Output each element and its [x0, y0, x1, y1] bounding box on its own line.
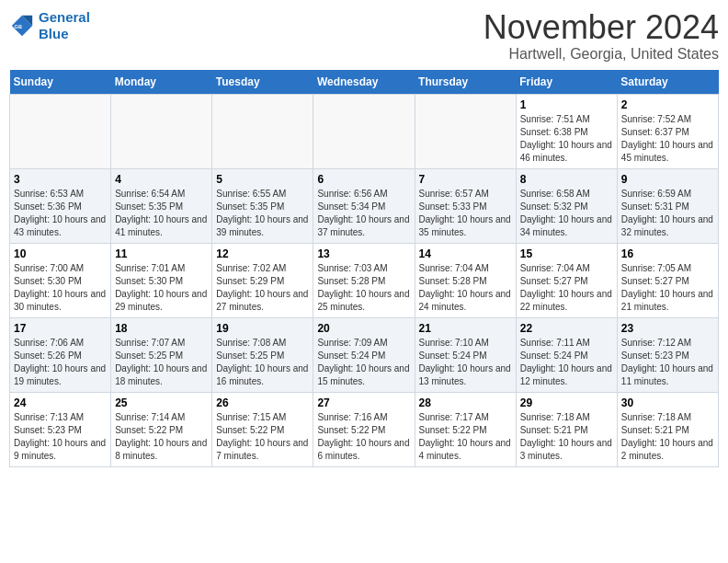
day-number: 26: [216, 396, 309, 409]
page-header: GB General Blue November 2024 Hartwell, …: [9, 9, 719, 63]
calendar-cell: 21Sunrise: 7:10 AM Sunset: 5:24 PM Dayli…: [415, 317, 516, 392]
calendar-cell: [313, 94, 415, 168]
day-number: 30: [621, 396, 714, 409]
calendar-cell: 16Sunrise: 7:05 AM Sunset: 5:27 PM Dayli…: [617, 243, 718, 317]
day-info: Sunrise: 6:55 AM Sunset: 5:35 PM Dayligh…: [216, 188, 309, 239]
calendar-cell: 2Sunrise: 7:52 AM Sunset: 6:37 PM Daylig…: [617, 94, 718, 168]
day-number: 2: [621, 98, 714, 111]
day-info: Sunrise: 7:16 AM Sunset: 5:22 PM Dayligh…: [317, 411, 410, 463]
calendar-header: SundayMondayTuesdayWednesdayThursdayFrid…: [10, 70, 719, 95]
logo: GB General Blue: [9, 9, 90, 42]
week-row-3: 10Sunrise: 7:00 AM Sunset: 5:30 PM Dayli…: [10, 243, 719, 317]
svg-text:GB: GB: [15, 24, 22, 29]
day-info: Sunrise: 7:14 AM Sunset: 5:22 PM Dayligh…: [115, 411, 208, 463]
header-cell-tuesday: Tuesday: [212, 70, 313, 95]
calendar-cell: 11Sunrise: 7:01 AM Sunset: 5:30 PM Dayli…: [111, 243, 212, 317]
header-cell-thursday: Thursday: [415, 70, 516, 95]
calendar-cell: 24Sunrise: 7:13 AM Sunset: 5:23 PM Dayli…: [10, 392, 111, 466]
header-cell-wednesday: Wednesday: [313, 70, 415, 95]
week-row-2: 3Sunrise: 6:53 AM Sunset: 5:36 PM Daylig…: [10, 168, 719, 243]
header-cell-saturday: Saturday: [617, 70, 718, 95]
calendar-cell: 29Sunrise: 7:18 AM Sunset: 5:21 PM Dayli…: [516, 392, 617, 466]
calendar-cell: [111, 94, 212, 168]
day-number: 14: [419, 247, 512, 260]
header-row: SundayMondayTuesdayWednesdayThursdayFrid…: [10, 70, 719, 95]
calendar-table: SundayMondayTuesdayWednesdayThursdayFrid…: [9, 70, 719, 467]
day-number: 28: [419, 396, 512, 409]
main-title: November 2024: [483, 9, 719, 46]
logo-icon: GB: [9, 13, 35, 39]
calendar-cell: 26Sunrise: 7:15 AM Sunset: 5:22 PM Dayli…: [212, 392, 313, 466]
day-info: Sunrise: 6:59 AM Sunset: 5:31 PM Dayligh…: [621, 188, 714, 239]
day-info: Sunrise: 7:18 AM Sunset: 5:21 PM Dayligh…: [520, 411, 613, 463]
day-info: Sunrise: 7:05 AM Sunset: 5:27 PM Dayligh…: [621, 262, 714, 314]
day-number: 21: [419, 322, 512, 335]
calendar-cell: 19Sunrise: 7:08 AM Sunset: 5:25 PM Dayli…: [212, 317, 313, 392]
day-number: 15: [520, 247, 613, 260]
calendar-cell: 13Sunrise: 7:03 AM Sunset: 5:28 PM Dayli…: [313, 243, 415, 317]
subtitle: Hartwell, Georgia, United States: [483, 46, 719, 63]
day-info: Sunrise: 7:01 AM Sunset: 5:30 PM Dayligh…: [115, 262, 208, 314]
day-number: 8: [520, 173, 613, 186]
calendar-cell: 28Sunrise: 7:17 AM Sunset: 5:22 PM Dayli…: [415, 392, 516, 466]
calendar-cell: 12Sunrise: 7:02 AM Sunset: 5:29 PM Dayli…: [212, 243, 313, 317]
calendar-cell: 18Sunrise: 7:07 AM Sunset: 5:25 PM Dayli…: [111, 317, 212, 392]
day-info: Sunrise: 7:08 AM Sunset: 5:25 PM Dayligh…: [216, 337, 309, 388]
day-info: Sunrise: 7:15 AM Sunset: 5:22 PM Dayligh…: [216, 411, 309, 463]
day-info: Sunrise: 7:06 AM Sunset: 5:26 PM Dayligh…: [14, 337, 107, 388]
header-cell-friday: Friday: [516, 70, 617, 95]
day-number: 24: [14, 396, 107, 409]
calendar-cell: [10, 94, 111, 168]
day-number: 29: [520, 396, 613, 409]
day-number: 12: [216, 247, 309, 260]
week-row-1: 1Sunrise: 7:51 AM Sunset: 6:38 PM Daylig…: [10, 94, 719, 168]
calendar-cell: 7Sunrise: 6:57 AM Sunset: 5:33 PM Daylig…: [415, 168, 516, 243]
day-number: 10: [14, 247, 107, 260]
day-number: 7: [419, 173, 512, 186]
day-number: 27: [317, 396, 410, 409]
day-number: 3: [14, 173, 107, 186]
calendar-cell: 10Sunrise: 7:00 AM Sunset: 5:30 PM Dayli…: [10, 243, 111, 317]
day-info: Sunrise: 7:04 AM Sunset: 5:27 PM Dayligh…: [520, 262, 613, 314]
day-number: 17: [14, 322, 107, 335]
day-info: Sunrise: 7:17 AM Sunset: 5:22 PM Dayligh…: [419, 411, 512, 463]
day-number: 18: [115, 322, 208, 335]
day-number: 23: [621, 322, 714, 335]
calendar-cell: 14Sunrise: 7:04 AM Sunset: 5:28 PM Dayli…: [415, 243, 516, 317]
calendar-cell: 23Sunrise: 7:12 AM Sunset: 5:23 PM Dayli…: [617, 317, 718, 392]
day-info: Sunrise: 7:18 AM Sunset: 5:21 PM Dayligh…: [621, 411, 714, 463]
day-number: 5: [216, 173, 309, 186]
logo-line2: Blue: [39, 26, 69, 41]
day-info: Sunrise: 6:54 AM Sunset: 5:35 PM Dayligh…: [115, 188, 208, 239]
calendar-cell: 17Sunrise: 7:06 AM Sunset: 5:26 PM Dayli…: [10, 317, 111, 392]
day-number: 13: [317, 247, 410, 260]
week-row-4: 17Sunrise: 7:06 AM Sunset: 5:26 PM Dayli…: [10, 317, 719, 392]
calendar-cell: 8Sunrise: 6:58 AM Sunset: 5:32 PM Daylig…: [516, 168, 617, 243]
day-info: Sunrise: 6:57 AM Sunset: 5:33 PM Dayligh…: [419, 188, 512, 239]
title-block: November 2024 Hartwell, Georgia, United …: [483, 9, 719, 63]
day-info: Sunrise: 6:53 AM Sunset: 5:36 PM Dayligh…: [14, 188, 107, 239]
calendar-cell: 20Sunrise: 7:09 AM Sunset: 5:24 PM Dayli…: [313, 317, 415, 392]
day-info: Sunrise: 7:51 AM Sunset: 6:38 PM Dayligh…: [520, 113, 613, 165]
day-number: 20: [317, 322, 410, 335]
day-number: 4: [115, 173, 208, 186]
day-number: 19: [216, 322, 309, 335]
day-info: Sunrise: 7:13 AM Sunset: 5:23 PM Dayligh…: [14, 411, 107, 463]
logo-line1: General: [39, 9, 90, 25]
day-number: 9: [621, 173, 714, 186]
day-info: Sunrise: 7:09 AM Sunset: 5:24 PM Dayligh…: [317, 337, 410, 388]
day-info: Sunrise: 7:04 AM Sunset: 5:28 PM Dayligh…: [419, 262, 512, 314]
day-info: Sunrise: 7:10 AM Sunset: 5:24 PM Dayligh…: [419, 337, 512, 388]
day-number: 1: [520, 98, 613, 111]
calendar-cell: 9Sunrise: 6:59 AM Sunset: 5:31 PM Daylig…: [617, 168, 718, 243]
day-number: 25: [115, 396, 208, 409]
day-info: Sunrise: 6:56 AM Sunset: 5:34 PM Dayligh…: [317, 188, 410, 239]
header-cell-sunday: Sunday: [10, 70, 111, 95]
calendar-cell: 25Sunrise: 7:14 AM Sunset: 5:22 PM Dayli…: [111, 392, 212, 466]
day-number: 16: [621, 247, 714, 260]
calendar-cell: 22Sunrise: 7:11 AM Sunset: 5:24 PM Dayli…: [516, 317, 617, 392]
day-info: Sunrise: 7:00 AM Sunset: 5:30 PM Dayligh…: [14, 262, 107, 314]
calendar-cell: 4Sunrise: 6:54 AM Sunset: 5:35 PM Daylig…: [111, 168, 212, 243]
calendar-cell: 27Sunrise: 7:16 AM Sunset: 5:22 PM Dayli…: [313, 392, 415, 466]
day-info: Sunrise: 7:02 AM Sunset: 5:29 PM Dayligh…: [216, 262, 309, 314]
